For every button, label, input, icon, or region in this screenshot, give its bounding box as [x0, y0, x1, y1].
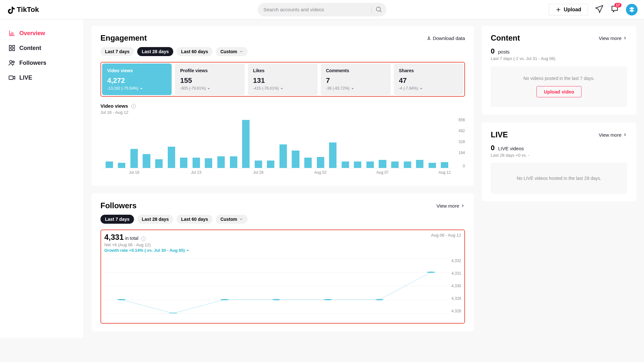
stack-icon — [629, 6, 635, 13]
sidebar-item-content[interactable]: Content — [6, 41, 77, 55]
engagement-card: Engagement Download data Last 7 days Las… — [91, 26, 474, 186]
bar[interactable] — [401, 120, 414, 168]
info-icon[interactable]: i — [131, 104, 136, 108]
svg-line-1 — [380, 10, 382, 12]
followers-title: Followers — [100, 201, 137, 210]
bar[interactable] — [314, 120, 327, 168]
metric-shares[interactable]: Shares 47 -4 (-7.84%) — [394, 64, 463, 95]
arrow-down-icon — [420, 87, 423, 90]
bar[interactable] — [426, 120, 439, 168]
bar[interactable] — [439, 120, 451, 168]
bar[interactable] — [215, 120, 227, 168]
arrow-down-icon — [140, 87, 143, 90]
content-subtext: Last 7 days (-2 vs. Jul 31 - Aug 06) — [491, 56, 627, 61]
content-stat-label: posts — [498, 49, 510, 54]
bar[interactable] — [376, 120, 389, 168]
followers-total-suffix: in total — [125, 236, 138, 241]
chevron-right-icon — [623, 36, 627, 40]
bar[interactable] — [277, 120, 289, 168]
bar[interactable] — [352, 120, 364, 168]
bar[interactable] — [116, 120, 128, 168]
bar[interactable] — [289, 120, 302, 168]
followers-chart: 4,3324,3314,3304,3294,328 — [104, 259, 461, 320]
sidebar-label-live: LIVE — [19, 74, 32, 81]
tab-f-60[interactable]: Last 60 days — [176, 215, 213, 224]
brand-text: TikTok — [17, 5, 39, 14]
upload-button[interactable]: Upload — [549, 4, 588, 15]
metric-likes[interactable]: Likes 131 -415 (-76.01%) — [248, 64, 317, 95]
chevron-down-icon — [239, 50, 243, 54]
tab-f-28[interactable]: Last 28 days — [137, 215, 173, 224]
sidebar-item-followers[interactable]: Followers — [6, 55, 77, 70]
bar[interactable] — [389, 120, 401, 168]
tiktok-logo[interactable]: TikTok — [6, 5, 39, 14]
plus-icon — [555, 7, 561, 13]
live-view-more[interactable]: View more — [599, 132, 627, 138]
inbox-button[interactable]: 17 — [611, 5, 619, 15]
tab-last-7[interactable]: Last 7 days — [100, 47, 134, 56]
content-title: Content — [491, 34, 520, 43]
profile-avatar[interactable] — [626, 4, 638, 15]
messages-button[interactable] — [595, 5, 603, 15]
bar[interactable] — [177, 120, 190, 168]
svg-point-11 — [118, 299, 126, 300]
chart-title: Video views i — [100, 103, 465, 109]
download-icon — [426, 35, 431, 41]
bar[interactable] — [327, 120, 339, 168]
content-card: Content View more 0 posts Last 7 days (-… — [482, 26, 636, 115]
download-data-button[interactable]: Download data — [426, 35, 465, 41]
video-icon — [8, 74, 15, 81]
bar[interactable] — [302, 120, 314, 168]
sidebar-label-content: Content — [19, 45, 41, 52]
upload-label: Upload — [564, 7, 581, 13]
followers-total: 4,331 — [104, 233, 124, 241]
bar[interactable] — [252, 120, 265, 168]
inbox-badge: 17 — [614, 3, 621, 7]
sidebar-item-overview[interactable]: Overview — [6, 26, 77, 41]
bar[interactable] — [364, 120, 376, 168]
followers-growth: Growth rate +0.14% ( vs. Jul 30 - Aug 05… — [104, 248, 461, 253]
sidebar: Overview Content Followers LIVE — [0, 19, 84, 338]
chevron-down-icon — [239, 217, 243, 221]
info-icon[interactable]: i — [141, 237, 146, 241]
search-input[interactable] — [258, 7, 371, 12]
followers-highlight: Aug 06 - Aug 12 4,331 in total i Net +6 … — [100, 230, 465, 324]
live-stat-value: 0 — [491, 144, 495, 152]
bar[interactable] — [128, 120, 140, 168]
bar[interactable] — [413, 120, 426, 168]
bar[interactable] — [339, 120, 352, 168]
content-stat-value: 0 — [491, 47, 495, 55]
followers-date-range: Aug 06 - Aug 12 — [431, 233, 461, 238]
search-button[interactable] — [372, 3, 386, 16]
sidebar-item-live[interactable]: LIVE — [6, 70, 77, 85]
content-empty: No videos posted in the last 7 days. Upl… — [491, 66, 627, 107]
tab-f-7[interactable]: Last 7 days — [100, 215, 134, 224]
live-subtext: Last 28 days +0 vs. - — [491, 153, 627, 158]
bar[interactable] — [153, 120, 165, 168]
metric-comments[interactable]: Comments 7 -36 (-83.72%) — [321, 64, 390, 95]
tab-last-60[interactable]: Last 60 days — [176, 47, 213, 56]
upload-video-button[interactable]: Upload video — [536, 86, 582, 97]
svg-point-8 — [10, 61, 12, 63]
bar[interactable] — [140, 120, 153, 168]
svg-rect-4 — [9, 45, 11, 47]
bar[interactable] — [240, 120, 252, 168]
tab-f-custom[interactable]: Custom — [216, 215, 247, 224]
bar[interactable] — [227, 120, 240, 168]
content-view-more[interactable]: View more — [599, 35, 627, 41]
svg-point-12 — [169, 313, 177, 313]
metric-profile-views[interactable]: Profile views 155 -605 (-79.61%) — [175, 64, 244, 95]
followers-view-more[interactable]: View more — [436, 203, 465, 209]
svg-point-14 — [272, 299, 280, 300]
metric-video-views[interactable]: Video views 4,272 -13,192 (-75.54%) — [102, 64, 172, 95]
arrow-down-icon — [207, 87, 210, 90]
svg-point-0 — [376, 7, 381, 11]
bar[interactable] — [165, 120, 178, 168]
tab-custom[interactable]: Custom — [216, 47, 247, 56]
arrow-up-icon — [186, 249, 189, 252]
bar[interactable] — [103, 120, 116, 168]
bar[interactable] — [203, 120, 215, 168]
bar[interactable] — [265, 120, 277, 168]
bar[interactable] — [190, 120, 203, 168]
tab-last-28[interactable]: Last 28 days — [137, 47, 173, 56]
